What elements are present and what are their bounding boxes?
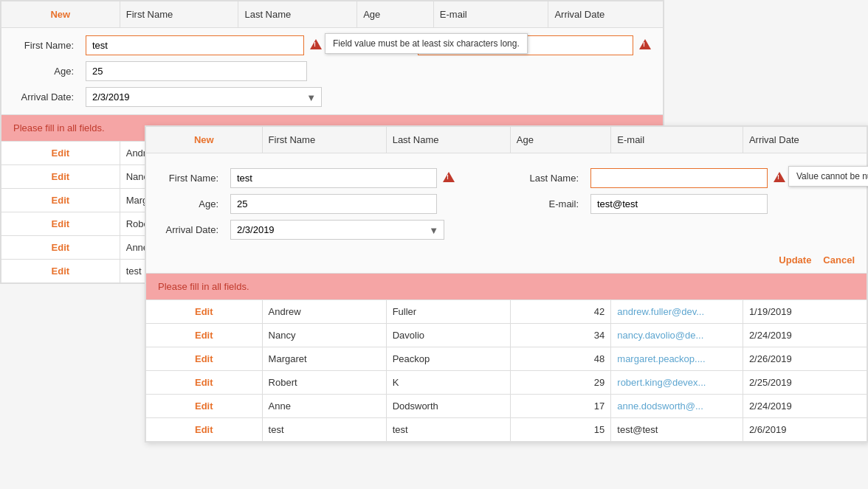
table-row: Edit Nancy Davolio 34 nancy.davolio@de..… <box>146 324 867 347</box>
fg-fn-5: test <box>262 418 386 442</box>
fg-arrival-label: Arrival Date: <box>158 224 224 235</box>
fg-firstname-col-header: First Name <box>262 127 386 153</box>
page-container: New First Name Last Name Age E-mail Arri… <box>0 0 868 489</box>
table-row: Edit Anne Dodsworth 17 anne.dodsworth@..… <box>146 395 867 418</box>
fg-arrival-3: 2/25/2019 <box>743 371 867 395</box>
bg-edit-5[interactable]: Edit <box>1 260 120 283</box>
fg-email-1: nancy.davolio@de... <box>611 324 743 347</box>
table-row: Edit Andrew Fuller 42 andrew.fuller@dev.… <box>146 300 867 324</box>
fg-edit-form-row: First Name: Age: <box>146 153 867 274</box>
fg-firstname-label: First Name: <box>158 173 224 184</box>
bg-age-input[interactable] <box>86 61 307 81</box>
fg-fn-0: Andrew <box>262 300 386 324</box>
fg-arrival-0: 1/19/2019 <box>743 300 867 324</box>
fg-new-col-header[interactable]: New <box>146 127 263 153</box>
fg-ln-0: Fuller <box>386 300 510 324</box>
fg-age-label: Age: <box>158 198 224 209</box>
fg-age-4: 17 <box>510 395 611 418</box>
bg-lastname-error-icon-wrap <box>639 39 651 52</box>
fg-email-0: andrew.fuller@dev... <box>611 300 743 324</box>
bg-firstname-col-header: First Name <box>120 1 238 28</box>
bg-arrival-dropdown-wrap: 2/3/2019 ▼ <box>86 87 322 107</box>
fg-arrival-select[interactable]: 2/3/2019 <box>230 220 444 240</box>
fg-firstname-warn-icon[interactable] <box>443 172 455 182</box>
fg-firstname-error-wrap <box>443 172 455 184</box>
fg-fn-2: Margaret <box>262 347 386 371</box>
fg-edit-1[interactable]: Edit <box>146 324 263 347</box>
fg-arrival-4: 2/24/2019 <box>743 395 867 418</box>
fg-ln-1: Davolio <box>386 324 510 347</box>
bg-edit-2[interactable]: Edit <box>1 189 120 212</box>
foreground-grid: New First Name Last Name Age E-mail Arri… <box>145 125 868 443</box>
fg-firstname-input[interactable] <box>230 168 437 188</box>
table-row: Edit test test 15 test@test 2/6/2019 <box>146 418 867 442</box>
table-row: Edit Margaret Peackop 48 margaret.peacko… <box>146 347 867 371</box>
fg-lastname-input[interactable] <box>590 168 768 188</box>
fg-lastname-error-wrap: Value cannot be null. <box>774 172 785 184</box>
fg-edit-0[interactable]: Edit <box>146 300 263 324</box>
fg-age-1: 34 <box>510 324 611 347</box>
update-button[interactable]: Update <box>779 254 811 266</box>
bg-firstname-label: First Name: <box>13 40 80 51</box>
fg-edit-4[interactable]: Edit <box>146 395 263 418</box>
bg-edit-4[interactable]: Edit <box>1 236 120 260</box>
fg-ln-2: Peackop <box>386 347 510 371</box>
fg-age-5: 15 <box>510 418 611 442</box>
fg-edit-5[interactable]: Edit <box>146 418 263 442</box>
bg-age-col-header: Age <box>357 1 434 28</box>
fg-action-row: Update Cancel <box>146 247 867 273</box>
bg-arrival-select[interactable]: 2/3/2019 <box>86 87 322 107</box>
fg-fn-4: Anne <box>262 395 386 418</box>
bg-arrival-col-header: Arrival Date <box>548 1 664 28</box>
fg-ln-4: Dodsworth <box>386 395 510 418</box>
fg-edit-2[interactable]: Edit <box>146 347 263 371</box>
bg-new-col-header[interactable]: New <box>1 1 120 28</box>
fg-error-banner: Please fill in all fields. <box>146 274 867 299</box>
fg-email-4: anne.dodsworth@... <box>611 395 743 418</box>
bg-lastname-warn-icon[interactable] <box>639 39 651 49</box>
bg-arrival-label: Arrival Date: <box>13 91 80 103</box>
bg-lastname-col-header: Last Name <box>238 1 357 28</box>
fg-email-5: test@test <box>611 418 743 442</box>
bg-edit-0[interactable]: Edit <box>1 142 120 165</box>
bg-email-col-header: E-mail <box>433 1 548 28</box>
fg-email-col-header: E-mail <box>611 127 743 153</box>
fg-age-2: 48 <box>510 347 611 371</box>
fg-email-3: robert.king@devex... <box>611 371 743 395</box>
fg-arrival-5: 2/6/2019 <box>743 418 867 442</box>
fg-arrival-1: 2/24/2019 <box>743 324 867 347</box>
fg-lastname-col-header: Last Name <box>386 127 510 153</box>
fg-fn-3: Robert <box>262 371 386 395</box>
fg-edit-3[interactable]: Edit <box>146 371 263 395</box>
fg-lastname-label: Last Name: <box>518 173 585 184</box>
bg-firstname-tooltip: Field value must be at least six charact… <box>325 33 528 54</box>
fg-ln-3: K <box>386 371 510 395</box>
fg-age-col-header: Age <box>510 127 611 153</box>
fg-ln-5: test <box>386 418 510 442</box>
bg-firstname-input[interactable] <box>86 35 304 55</box>
fg-arrival-dropdown-wrap: 2/3/2019 ▼ <box>230 220 444 240</box>
bg-edit-1[interactable]: Edit <box>1 165 120 189</box>
fg-arrival-col-header: Arrival Date <box>743 127 867 153</box>
fg-age-0: 42 <box>510 300 611 324</box>
fg-age-input[interactable] <box>230 194 437 214</box>
fg-arrival-2: 2/26/2019 <box>743 347 867 371</box>
fg-fn-1: Nancy <box>262 324 386 347</box>
table-row: Edit Robert K 29 robert.king@devex... 2/… <box>146 371 867 395</box>
bg-edit-3[interactable]: Edit <box>1 212 120 236</box>
fg-lastname-tooltip: Value cannot be null. <box>788 166 868 187</box>
bg-age-label: Age: <box>13 66 80 77</box>
bg-firstname-error-icon-wrap: Field value must be at least six charact… <box>310 39 322 52</box>
fg-error-row: Please fill in all fields. <box>146 274 867 300</box>
fg-lastname-warn-icon[interactable] <box>774 172 785 182</box>
cancel-button[interactable]: Cancel <box>823 254 855 266</box>
bg-add-form-row: First Name: Field value must be at least… <box>1 28 664 115</box>
bg-firstname-warn-icon[interactable] <box>310 39 322 49</box>
fg-email-label: E-mail: <box>518 198 585 209</box>
fg-email-2: margaret.peackop.... <box>611 347 743 371</box>
fg-email-input[interactable] <box>590 194 768 214</box>
fg-age-3: 29 <box>510 371 611 395</box>
